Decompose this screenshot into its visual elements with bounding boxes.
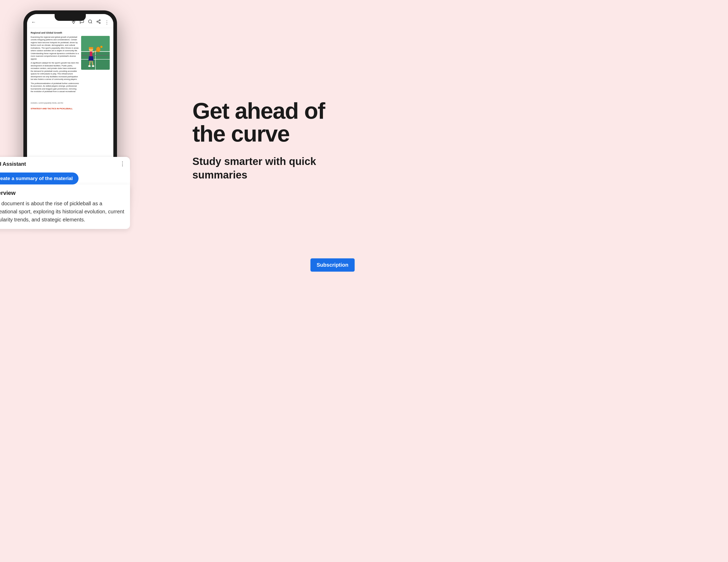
doc-title: Regional and Global Growth — [31, 31, 110, 35]
doc-paragraph-1: Examining the regional and global growth… — [31, 36, 79, 61]
back-icon[interactable]: ← — [31, 20, 36, 25]
ai-header-left: ✕ AI Assistant — [0, 161, 26, 167]
phone-notch — [55, 14, 86, 21]
doc-red-section: STRATEGY AND TACTICS IN PICKLEBALL — [27, 105, 113, 112]
svg-point-20 — [88, 65, 91, 67]
summary-heading: Overview — [0, 190, 124, 196]
doc-content: Regional and Global Growth Examining the… — [27, 28, 113, 101]
doc-image-col — [81, 36, 110, 93]
ai-panel: ✕ AI Assistant ⋮ Create a summary of the… — [0, 157, 130, 229]
share-icon[interactable] — [96, 19, 101, 25]
doc-red-header: STRATEGY AND TACTICS IN PICKLEBALL — [31, 107, 110, 110]
svg-rect-16 — [90, 51, 92, 57]
summary-body: This document is about the rise of pickl… — [0, 199, 124, 224]
ai-chip-row: Create a summary of the material — [0, 171, 130, 184]
headline: Get ahead of the curve — [192, 99, 348, 145]
doc-tags: evolution, current popularity trends, an… — [27, 101, 113, 105]
more-icon[interactable]: ⋮ — [105, 20, 109, 25]
svg-point-3 — [97, 21, 98, 22]
svg-point-1 — [88, 20, 92, 23]
svg-point-2 — [99, 20, 100, 21]
doc-text-col: Examining the regional and global growth… — [31, 36, 79, 93]
doc-body: Examining the regional and global growth… — [31, 36, 110, 93]
summary-chip[interactable]: Create a summary of the material — [0, 172, 79, 184]
right-panel: Get ahead of the curve Study smarter wit… — [182, 0, 364, 281]
svg-line-6 — [98, 21, 99, 21]
svg-point-25 — [100, 46, 102, 48]
ai-header: ✕ AI Assistant ⋮ — [0, 157, 130, 171]
svg-marker-17 — [88, 56, 94, 61]
doc-image-pickleball — [81, 36, 110, 70]
ai-more-button[interactable]: ⋮ — [120, 160, 125, 167]
svg-point-4 — [99, 22, 100, 24]
summary-card: Overview This document is about the rise… — [0, 184, 130, 229]
svg-point-21 — [92, 65, 94, 67]
doc-paragraph-3: The professionalization of pickleball fu… — [31, 82, 79, 93]
subheadline: Study smarter with quick summaries — [192, 154, 348, 182]
search-icon[interactable] — [88, 19, 93, 25]
doc-paragraph-2: A significant catalyst for the sport's g… — [31, 62, 79, 81]
subscription-button[interactable]: Subscription — [310, 258, 355, 271]
svg-rect-15 — [89, 47, 93, 49]
svg-line-5 — [98, 22, 99, 23]
ai-title: AI Assistant — [0, 161, 26, 167]
